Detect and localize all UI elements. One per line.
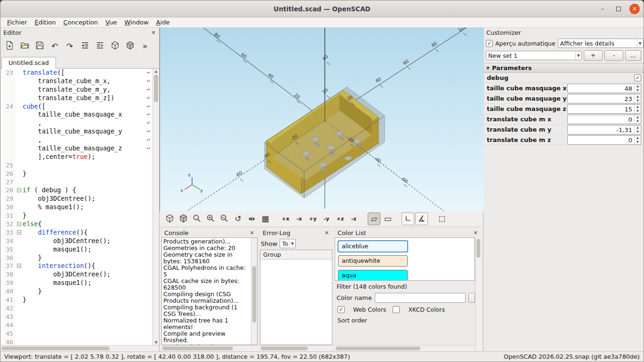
console-close-icon[interactable]: ✕ — [248, 229, 256, 236]
console-scrollbar[interactable] — [251, 238, 257, 345]
param-spinbox-translate-cube-m-z[interactable]: 0▲▼ — [567, 135, 641, 145]
open-file-button[interactable] — [17, 39, 32, 53]
param-spinbox-taille-cube-masquage-z[interactable]: 15▲▼ — [567, 104, 641, 114]
param-spinbox-taille-cube-masquage-y[interactable]: 23▲▼ — [567, 94, 641, 103]
measure-distance-button[interactable]: ∟ — [402, 212, 414, 225]
view-all-button[interactable] — [191, 212, 203, 225]
console-line: Compile and preview finished. — [163, 331, 250, 344]
perspective-button[interactable]: ▱ — [368, 212, 380, 225]
line-number: 37 — [0, 262, 16, 270]
version-text: OpenSCAD 2026.02.25.snap (git ae3a780de) — [504, 353, 640, 360]
close-button[interactable]: ✕ — [629, 4, 640, 14]
zoom-out-button[interactable] — [218, 212, 231, 225]
spinner-arrows-icon[interactable]: ▲▼ — [634, 115, 641, 124]
view-back-button[interactable]: +y — [306, 212, 319, 225]
select-objects-button[interactable] — [435, 212, 448, 225]
param-spinbox-translate-cube-m-y[interactable]: -1,31▲▼ — [567, 125, 641, 134]
colorlist-close-icon[interactable]: ✕ — [472, 229, 479, 236]
console-output[interactable]: Products generation)...Geometries in cac… — [162, 238, 251, 345]
color-name-input[interactable] — [375, 293, 466, 303]
spinner-arrows-icon[interactable]: ▲▼ — [634, 84, 641, 93]
spinner-arrows-icon[interactable]: ▲▼ — [634, 105, 641, 113]
undo-button[interactable]: ↶ — [48, 39, 62, 53]
errorlog-horizontal-scrollbar[interactable] — [260, 345, 332, 351]
measure-angle-button[interactable]: ∡ — [415, 212, 428, 225]
fold-marker-icon[interactable]: − — [17, 264, 21, 268]
menu-edition[interactable]: Édition — [31, 18, 60, 26]
toolbar-overflow-button[interactable]: » — [138, 39, 152, 53]
menu-vue[interactable]: Vue — [102, 18, 121, 26]
preset-combobox[interactable]: New set 1 ▼ — [486, 51, 582, 60]
tab-untitled-scad[interactable]: Untitled.scad — [1, 57, 56, 69]
color-name-clear-button[interactable] — [468, 293, 475, 303]
web-colors-label: Web Colors — [353, 306, 386, 313]
orthogonal-button[interactable]: ▭ — [381, 212, 394, 225]
line-number: 25 — [0, 161, 16, 170]
3d-viewport[interactable]: 20406080100204060802040-20-40-60-20-40-6… — [160, 28, 483, 211]
toolbar-overflow-icon: » — [143, 42, 147, 50]
color-swatch-aliceblue[interactable]: aliceblue — [338, 241, 408, 252]
preset-add-button[interactable]: + — [584, 50, 603, 61]
spinner-arrows-icon[interactable]: ▲▼ — [634, 136, 641, 144]
param-row: taille cube masquage x48▲▼ — [483, 83, 644, 94]
view-front-button[interactable]: -y — [320, 212, 333, 225]
preset-remove-button[interactable]: - — [604, 50, 623, 61]
view-right-button[interactable]: +x — [279, 212, 292, 225]
redo-button[interactable]: ↷ — [63, 39, 77, 53]
menu-window[interactable]: Window — [121, 18, 152, 26]
errorlog-group-header[interactable]: Group — [260, 250, 332, 260]
menu-aide[interactable]: Aide — [153, 18, 174, 26]
fold-marker-icon[interactable]: − — [17, 188, 21, 192]
render-preview-button[interactable] — [163, 212, 176, 225]
console-horizontal-scrollbar[interactable] — [161, 345, 258, 351]
colorlist-vertical-scrollbar[interactable] — [475, 237, 481, 351]
view-bottom-button[interactable]: -z — [347, 212, 360, 225]
xkcd-colors-checkbox[interactable] — [393, 306, 400, 313]
menu-fichier[interactable]: Fichier — [3, 18, 31, 26]
errorlog-severity-select[interactable]: Tous ▼ — [280, 239, 296, 248]
render-button[interactable] — [177, 212, 190, 225]
param-row: taille cube masquage z15▲▼ — [483, 104, 644, 114]
view-top-button[interactable]: +z — [334, 212, 346, 225]
view-center-button[interactable]: ⇹ — [245, 212, 258, 225]
color-swatch-aqua[interactable]: aqua — [338, 270, 408, 281]
preset-more-button[interactable]: ... — [625, 50, 641, 61]
parameters-section-header[interactable]: ▼ Parameters — [483, 63, 644, 73]
maximize-button[interactable] — [613, 4, 624, 14]
editor-vertical-scrollbar[interactable]: ▲ ▼ — [153, 69, 159, 345]
web-colors-checkbox[interactable] — [338, 306, 345, 313]
param-spinbox-taille-cube-masquage-x[interactable]: 48▲▼ — [567, 84, 641, 93]
spinner-arrows-icon[interactable]: ▲▼ — [634, 94, 641, 103]
render-preview-button[interactable] — [108, 39, 122, 53]
param-checkbox-debug[interactable] — [634, 74, 641, 81]
menu-conception[interactable]: Conception — [59, 18, 102, 26]
save-file-button[interactable] — [32, 39, 47, 53]
spinner-arrows-icon[interactable]: ▲▼ — [634, 126, 641, 134]
colorlist-horizontal-scrollbar[interactable] — [335, 345, 475, 351]
fold-marker-icon[interactable]: − — [17, 222, 21, 226]
line-number — [0, 144, 16, 153]
chevron-down-icon: ▼ — [575, 51, 581, 60]
console-line: CGAL cache size in bytes: 628500 — [163, 278, 250, 291]
auto-preview-checkbox[interactable] — [486, 40, 493, 47]
color-swatch-antiquewhite[interactable]: antiquewhite — [338, 255, 408, 267]
indent-button[interactable] — [93, 39, 107, 53]
editor-close-icon[interactable]: ✕ — [150, 29, 157, 36]
errorlog-close-icon[interactable]: ✕ — [323, 229, 330, 236]
minimize-button[interactable]: – — [597, 4, 608, 14]
render-button[interactable] — [123, 39, 137, 53]
view-left-button[interactable]: -x — [293, 212, 306, 225]
details-dropdown[interactable]: Afficher les détails ▼ — [558, 39, 644, 48]
titlebar[interactable]: Untitled.scad — OpenSCAD – ✕ — [0, 0, 644, 17]
zoom-in-button[interactable] — [204, 212, 217, 225]
line-number — [0, 153, 16, 161]
code-editor[interactable]: 23translate([↵ translate_cube_m_x,↵ tran… — [0, 69, 153, 345]
unindent-button[interactable] — [78, 39, 92, 53]
param-spinbox-translate-cube-m-x[interactable]: 0▲▼ — [567, 115, 641, 124]
fold-marker-icon[interactable]: − — [17, 230, 21, 235]
show-edges-button[interactable]: ▦ — [259, 212, 272, 225]
editor-horizontal-scrollbar[interactable] — [0, 345, 159, 351]
new-file-button[interactable] — [2, 39, 16, 53]
reset-view-button[interactable]: ↺ — [232, 212, 244, 225]
svg-text:x: x — [180, 188, 183, 193]
